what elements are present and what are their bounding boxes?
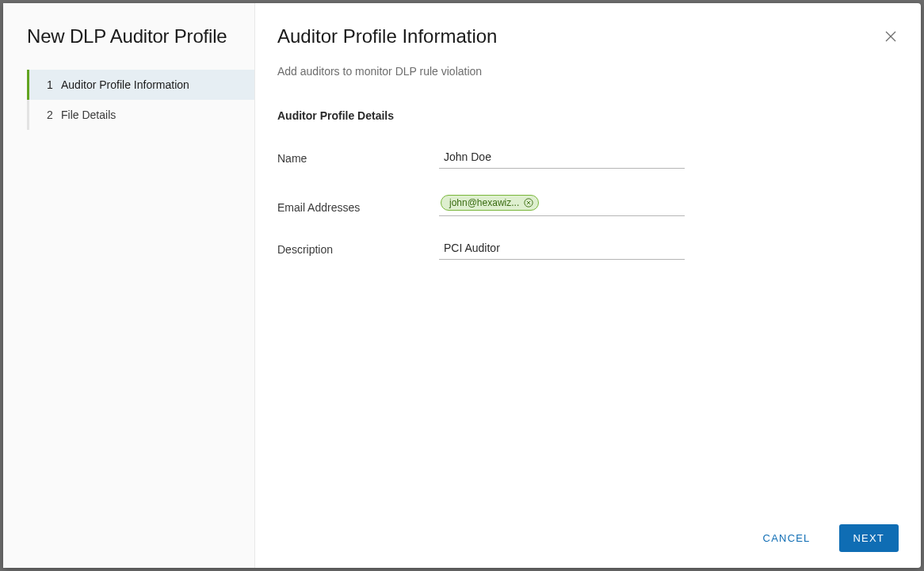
description-label: Description: [277, 238, 439, 256]
step-number: 2: [47, 108, 61, 121]
wizard-steps: 1 Auditor Profile Information 2 File Det…: [3, 70, 254, 130]
wizard-sidebar: New DLP Auditor Profile 1 Auditor Profil…: [3, 3, 255, 568]
page-subtitle: Add auditors to monitor DLP rule violati…: [277, 65, 894, 78]
description-field-wrap: [439, 238, 685, 260]
page-title: Auditor Profile Information: [277, 25, 894, 48]
email-input[interactable]: john@hexawiz...: [439, 194, 685, 216]
email-label: Email Addresses: [277, 196, 439, 214]
wizard-title: New DLP Auditor Profile: [3, 3, 254, 67]
chip-remove-button[interactable]: [523, 198, 533, 208]
step-number: 1: [47, 78, 61, 91]
step-label: Auditor Profile Information: [61, 78, 189, 91]
next-button[interactable]: NEXT: [839, 524, 899, 552]
wizard-modal: New DLP Auditor Profile 1 Auditor Profil…: [3, 3, 921, 568]
wizard-footer: CANCEL NEXT: [749, 524, 899, 552]
name-input[interactable]: [439, 147, 685, 169]
form-group-description: Description: [277, 238, 894, 260]
remove-circle-icon: [524, 198, 533, 207]
email-chip[interactable]: john@hexawiz...: [441, 195, 539, 211]
wizard-step-auditor-profile-information[interactable]: 1 Auditor Profile Information: [27, 70, 254, 100]
email-chip-text: john@hexawiz...: [449, 197, 519, 208]
name-label: Name: [277, 147, 439, 165]
wizard-step-file-details[interactable]: 2 File Details: [27, 100, 254, 130]
name-field-wrap: [439, 147, 685, 169]
modal-overlay: New DLP Auditor Profile 1 Auditor Profil…: [0, 0, 924, 571]
wizard-main: Auditor Profile Information Add auditors…: [255, 3, 921, 568]
cancel-button[interactable]: CANCEL: [749, 524, 825, 552]
description-input[interactable]: [439, 238, 685, 260]
email-field-wrap: john@hexawiz...: [439, 194, 685, 216]
step-label: File Details: [61, 108, 116, 121]
section-heading: Auditor Profile Details: [277, 109, 894, 122]
form-group-email: Email Addresses john@hexawiz...: [277, 194, 894, 216]
form-group-name: Name: [277, 147, 894, 169]
